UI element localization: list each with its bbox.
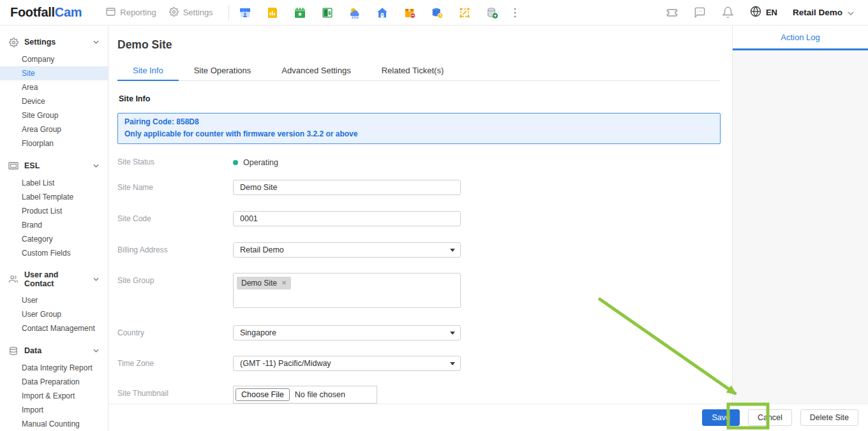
home-icon[interactable] — [376, 6, 389, 19]
package-icon[interactable] — [403, 6, 417, 19]
sidebar-item-area[interactable]: Area — [0, 80, 108, 94]
calendar-icon[interactable] — [294, 6, 307, 19]
account-dropdown[interactable]: Retail Demo — [793, 8, 858, 17]
site-status-label: Site Status — [117, 156, 233, 167]
site-group-multiselect[interactable]: Demo Site ✕ — [233, 273, 461, 308]
sidebar-item-user[interactable]: User — [0, 293, 108, 307]
database-sync-icon[interactable] — [486, 6, 499, 19]
chevron-down-icon — [93, 349, 99, 353]
tab-site-operations[interactable]: Site Operations — [179, 61, 267, 80]
billing-address-select[interactable]: Retail Demo — [233, 242, 461, 258]
action-log-body — [733, 50, 868, 404]
ledger-icon[interactable]: $ — [321, 6, 334, 19]
cancel-button[interactable]: Cancel — [748, 409, 792, 426]
site-name-input[interactable] — [233, 180, 461, 195]
report-icon[interactable] — [266, 6, 280, 19]
sidebar-item-manual-counting[interactable]: Manual Counting — [0, 417, 108, 431]
billing-address-value: Retail Demo — [240, 245, 284, 254]
sidebar-item-site-group[interactable]: Site Group — [0, 108, 108, 122]
ticket-icon[interactable] — [666, 6, 678, 19]
sidebar-item-custom-fields[interactable]: Custom Fields — [0, 246, 108, 260]
weather-icon[interactable] — [348, 6, 362, 19]
footfallcam-logo[interactable]: FootfallCam — [10, 5, 82, 20]
site-group-tag: Demo Site ✕ — [237, 277, 291, 289]
sidebar: Settings Company Site Area Device Site G… — [0, 26, 108, 431]
country-select[interactable]: Singapore — [233, 325, 461, 340]
sidebar-item-import-export[interactable]: Import & Export — [0, 389, 108, 403]
footfallcam-app: FootfallCam Reporting Settings — [0, 0, 868, 431]
nav-settings[interactable]: Settings — [169, 7, 213, 18]
pairing-code-line: Pairing Code: 858D8 — [124, 116, 714, 128]
delete-site-button[interactable]: Delete Site — [800, 409, 858, 426]
tab-site-info[interactable]: Site Info — [117, 61, 179, 80]
choose-file-button[interactable]: Choose File — [236, 388, 290, 401]
sidebar-section-settings: Settings Company Site Area Device Site G… — [0, 32, 108, 150]
sidebar-item-user-group[interactable]: User Group — [0, 307, 108, 321]
sidebar-item-contact-management[interactable]: Contact Management — [0, 321, 108, 335]
sidebar-item-data-preparation[interactable]: Data Preparation — [0, 375, 108, 389]
tab-action-log[interactable]: Action Log — [733, 26, 868, 50]
coins-icon[interactable] — [431, 6, 444, 19]
site-code-label: Site Code — [117, 211, 233, 226]
sidebar-section-data: Data Data Integrity Report Data Preparat… — [0, 340, 108, 431]
sidebar-item-company[interactable]: Company — [0, 52, 108, 66]
country-value: Singapore — [240, 328, 276, 337]
sidebar-item-import[interactable]: Import — [0, 403, 108, 417]
topbar: FootfallCam Reporting Settings — [0, 0, 868, 26]
chevron-down-icon — [93, 164, 99, 168]
country-label: Country — [117, 325, 233, 340]
remove-tag-icon[interactable]: ✕ — [281, 280, 287, 286]
sidebar-item-floorplan[interactable]: Floorplan — [0, 136, 108, 150]
sidebar-item-product-list[interactable]: Product List — [0, 204, 108, 218]
main-content: Demo Site Site Info Site Operations Adva… — [108, 26, 732, 404]
sidebar-header-settings[interactable]: Settings — [0, 32, 108, 52]
site-thumbnail-file-input: Choose File No file chosen — [233, 386, 377, 404]
gear-icon — [8, 37, 19, 47]
sidebar-header-label: Data — [24, 346, 41, 355]
save-button[interactable]: Save — [702, 409, 740, 426]
bell-icon[interactable] — [722, 6, 735, 19]
crop-icon[interactable] — [458, 6, 472, 19]
gear-icon — [169, 7, 179, 18]
tab-bar: Site Info Site Operations Advanced Setti… — [117, 61, 721, 81]
storefront-icon[interactable] — [239, 6, 252, 19]
site-group-tag-label: Demo Site — [241, 279, 277, 288]
language-selector[interactable]: EN — [750, 6, 777, 19]
users-icon — [8, 274, 19, 284]
sidebar-header-label: ESL — [24, 161, 40, 170]
sidebar-item-brand[interactable]: Brand — [0, 218, 108, 232]
site-code-input[interactable] — [233, 211, 461, 226]
chat-icon[interactable] — [694, 6, 707, 19]
sidebar-header-data[interactable]: Data — [0, 340, 108, 361]
tab-advanced-settings[interactable]: Advanced Settings — [266, 61, 366, 80]
sidebar-item-label-template[interactable]: Label Template — [0, 190, 108, 204]
sidebar-item-device[interactable]: Device — [0, 94, 108, 108]
time-zone-select[interactable]: (GMT -11) Pacific/Midway — [233, 356, 461, 371]
nav-settings-label: Settings — [183, 8, 213, 17]
site-info-form: Site Status Operating Site Name — [117, 156, 721, 404]
page-title: Demo Site — [117, 38, 721, 52]
tab-related-tickets[interactable]: Related Ticket(s) — [366, 61, 460, 80]
country-row: Country Singapore — [117, 325, 721, 340]
database-icon — [8, 346, 19, 356]
sidebar-header-esl[interactable]: ESL — [0, 156, 108, 176]
label-icon — [8, 161, 19, 171]
billing-address-label: Billing Address — [117, 242, 233, 258]
sidebar-item-category[interactable]: Category — [0, 232, 108, 246]
site-status-row: Site Status Operating — [117, 156, 721, 167]
account-name: Retail Demo — [793, 8, 842, 17]
caret-down-icon — [450, 332, 455, 335]
sidebar-item-data-integrity-report[interactable]: Data Integrity Report — [0, 361, 108, 375]
more-icon[interactable] — [513, 8, 517, 18]
topbar-right: EN Retail Demo — [666, 6, 858, 19]
sidebar-header-user-contact[interactable]: User and Contact — [0, 265, 108, 293]
site-name-row: Site Name — [117, 180, 721, 195]
nav-reporting[interactable]: Reporting — [106, 8, 156, 18]
logo-text-cam: Cam — [55, 5, 82, 19]
sidebar-item-label-list[interactable]: Label List — [0, 176, 108, 190]
time-zone-label: Time Zone — [117, 356, 233, 371]
site-thumbnail-row: Site Thumbnail Choose File No file chose… — [117, 386, 721, 404]
sidebar-item-site[interactable]: Site — [0, 66, 108, 80]
site-thumbnail-label: Site Thumbnail — [117, 386, 233, 404]
sidebar-item-area-group[interactable]: Area Group — [0, 122, 108, 136]
